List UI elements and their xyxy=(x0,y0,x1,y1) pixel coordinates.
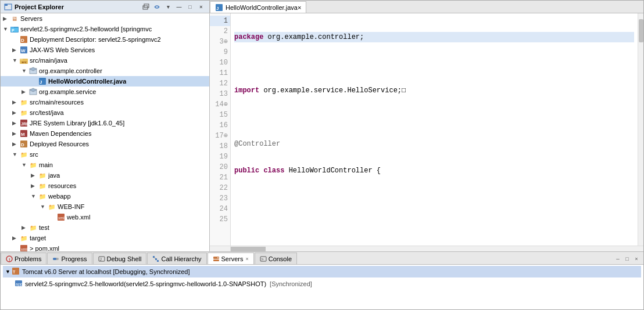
project-tree[interactable]: ▶ 🖥 Servers ▼ P xyxy=(1,13,209,251)
tab-progress[interactable]: Progress xyxy=(47,253,92,264)
tree-item-pom[interactable]: xml > pom.xml xyxy=(1,243,209,251)
project-folder-icon: P xyxy=(10,25,19,33)
editor-tab-close[interactable]: × xyxy=(298,4,301,11)
org-service-label: org.example.service xyxy=(39,88,96,95)
tree-item-hello-controller[interactable]: J HelloWorldController.java xyxy=(1,76,209,86)
tree-arrow-servers: ▶ xyxy=(3,16,10,21)
console-svg-icon: > xyxy=(260,255,267,262)
minimize-panel-button[interactable]: — xyxy=(174,2,184,12)
tab-servers[interactable]: Servers × xyxy=(207,253,254,264)
pom-label: > pom.xml xyxy=(30,245,59,251)
tree-arrow-srctest: ▶ xyxy=(12,110,19,116)
svg-text:M: M xyxy=(21,132,25,137)
jaxws-label: JAX-WS Web Services xyxy=(30,46,95,53)
tree-item-jre[interactable]: ▶ JRE JRE System Library [jdk1.6.0_45] xyxy=(1,118,209,128)
src-main-java-icon: src xyxy=(19,56,28,65)
tree-item-webxml[interactable]: xml web.xml xyxy=(1,212,209,222)
webapp-folder-icon: 📁 xyxy=(38,192,47,201)
tree-item-target[interactable]: ▶ 📁 target xyxy=(1,233,209,243)
webxml-label: web.xml xyxy=(67,214,90,221)
dd-label: Deployment Descriptor: servlet2.5-spring… xyxy=(30,36,161,43)
tree-item-deployment-descriptor[interactable]: D Deployment Descriptor: servlet2.5-spri… xyxy=(1,34,209,45)
tree-item-jax-ws[interactable]: ▶ W JAX-WS Web Services xyxy=(1,45,209,55)
java-icon: J xyxy=(38,77,46,85)
tree-item-servers[interactable]: ▶ 🖥 Servers xyxy=(1,13,209,24)
tree-arrow-webinf: ▼ xyxy=(40,204,47,210)
collapse-all-button[interactable] xyxy=(141,2,151,12)
line-num-17: 17⊕ xyxy=(210,131,230,141)
svg-text:J: J xyxy=(40,80,42,85)
view-menu-button[interactable]: ▾ xyxy=(163,2,173,12)
line-num-11: 11 xyxy=(210,68,230,78)
ide-container: Project Explorer xyxy=(0,0,644,310)
editor-scrollbar[interactable] xyxy=(638,13,643,246)
console-icon: > xyxy=(260,255,267,262)
tree-item-src[interactable]: ▼ 📁 src xyxy=(1,149,209,160)
tree-item-main[interactable]: ▼ 📁 main xyxy=(1,160,209,170)
scrollbar-thumb[interactable] xyxy=(639,19,643,42)
java-tab-icon: J xyxy=(216,4,223,11)
editor-content-area[interactable]: 1 2 3⊕ 9 10 11 12 13 14⊕ 15 16 17⊕ 18 19… xyxy=(210,13,643,246)
tree-item-maven[interactable]: ▶ M Maven Dependencies xyxy=(1,128,209,139)
tree-item-java-folder[interactable]: ▶ 📁 java xyxy=(1,170,209,181)
hscrollbar-thumb[interactable] xyxy=(231,247,266,251)
line-numbers: 1 2 3⊕ 9 10 11 12 13 14⊕ 15 16 17⊕ 18 19… xyxy=(210,13,231,246)
link-with-editor-button[interactable] xyxy=(152,2,162,12)
resources-folder-icon: 📁 xyxy=(38,181,47,190)
srcmain-label: src/main/java xyxy=(30,57,67,64)
editor-tab-hwc[interactable]: J HelloWorldController.java × xyxy=(210,1,306,13)
bottom-minimize-button[interactable]: — xyxy=(613,255,622,264)
servers-tab-close[interactable]: × xyxy=(245,256,248,262)
line-num-12: 12 xyxy=(210,78,230,89)
close-panel-button[interactable]: × xyxy=(196,2,206,12)
server-tomcat-row[interactable]: ▼ T Tomcat v6.0 Server at localhost [Deb… xyxy=(3,266,641,277)
line-num-3: 3⊕ xyxy=(210,37,230,47)
tree-item-webinf[interactable]: ▼ 📁 WEB-INF xyxy=(1,201,209,212)
pom-xml-icon: xml xyxy=(20,244,28,251)
tab-debug-shell[interactable]: J Debug Shell xyxy=(93,253,147,264)
tree-item-src-main-java[interactable]: ▼ src src/main/java xyxy=(1,55,209,66)
tree-item-webapp[interactable]: ▼ 📁 webapp xyxy=(1,191,209,201)
tab-problems[interactable]: ! Problems xyxy=(1,253,46,264)
app-status: [Synchronized] xyxy=(270,280,312,287)
java-folder-label: java xyxy=(48,172,60,179)
code-editor[interactable]: package org.example.controller; import o… xyxy=(231,13,638,246)
tree-item-deployed[interactable]: ▶ D Deployed Resources xyxy=(1,139,209,149)
package-controller-icon xyxy=(28,66,38,75)
tree-item-test[interactable]: ▶ 📁 test xyxy=(1,222,209,233)
tab-call-hierarchy[interactable]: Call Hierarchy xyxy=(147,253,206,264)
bottom-maximize-button[interactable]: □ xyxy=(622,255,632,264)
bottom-tab-bar: ! Problems Progress xyxy=(1,252,643,265)
line-num-16: 16 xyxy=(210,120,230,131)
tree-item-org-controller[interactable]: ▼ org.example.controller xyxy=(1,66,209,76)
jre-lib-icon: JRE xyxy=(20,119,28,127)
editor-panel: J HelloWorldController.java × 1 2 3⊕ 9 1… xyxy=(210,1,643,251)
tree-item-project[interactable]: ▼ P servlet2.5-springmvc2.5-helloworld [… xyxy=(1,24,209,34)
editor-hscrollbar[interactable] xyxy=(210,246,643,251)
hello-controller-label: HelloWorldController.java xyxy=(48,78,126,85)
tree-arrow-jre: ▶ xyxy=(12,120,19,126)
svg-text:J: J xyxy=(99,257,102,262)
tree-arrow-resources: ▶ xyxy=(31,183,38,189)
tree-item-src-test-java[interactable]: ▶ 📁 src/test/java xyxy=(1,107,209,118)
tree-item-resources-folder[interactable]: ▶ 📁 resources xyxy=(1,181,209,191)
server-app-row[interactable]: app servlet2.5-springmvc2.5-helloworld(s… xyxy=(3,278,641,290)
bottom-close-button[interactable]: × xyxy=(632,255,641,264)
progress-svg-icon xyxy=(52,255,59,262)
svg-text:J: J xyxy=(216,6,219,11)
org-controller-label: org.example.controller xyxy=(39,67,102,74)
java-folder-icon: 📁 xyxy=(38,171,47,180)
webinf-icon: 📁 xyxy=(47,202,56,211)
tab-console[interactable]: > Console xyxy=(255,253,297,264)
dd-icon: D xyxy=(20,35,28,44)
tree-item-org-service[interactable]: ▶ org.example.service xyxy=(1,86,209,97)
xml-icon: xml xyxy=(57,213,65,221)
webxml-icon: xml xyxy=(56,212,66,222)
tomcat-server-label: Tomcat v6.0 Server at localhost [Debuggi… xyxy=(22,268,190,275)
webinf-label: WEB-INF xyxy=(58,203,84,210)
tomcat-server-icon: T xyxy=(12,267,20,276)
tree-item-src-main-resources[interactable]: ▶ 📁 src/main/resources xyxy=(1,97,209,107)
code-line-13 xyxy=(234,219,634,229)
maximize-panel-button[interactable]: □ xyxy=(185,2,195,12)
editor-tab-label: HelloWorldController.java xyxy=(226,4,298,11)
